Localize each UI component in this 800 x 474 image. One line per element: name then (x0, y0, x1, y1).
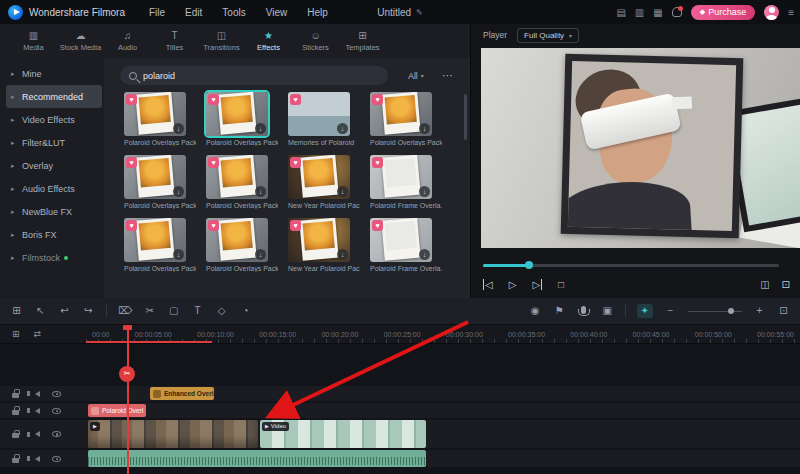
download-badge-icon[interactable]: ↓ (337, 249, 348, 260)
snapshot-button[interactable]: ◫ (760, 279, 769, 290)
menu-edit[interactable]: Edit (175, 7, 212, 18)
download-badge-icon[interactable]: ↓ (337, 123, 348, 134)
search-bar[interactable] (120, 66, 388, 85)
undo-icon[interactable]: ↩ (58, 304, 71, 318)
download-badge-icon[interactable]: ↓ (419, 249, 430, 260)
effect-item[interactable]: ♥ ↓ Polaroid Overlays Pack... (124, 92, 198, 146)
tab-audio[interactable]: ♫ Audio (104, 30, 151, 52)
menu-tools[interactable]: Tools (212, 7, 255, 18)
clip-video-2[interactable]: ▶ Video (260, 420, 426, 448)
link-tracks-icon[interactable]: ⇄ (34, 329, 42, 339)
menu-help[interactable]: Help (297, 7, 338, 18)
screen-record-icon[interactable]: ▣ (601, 304, 614, 318)
visibility-icon[interactable] (52, 408, 61, 414)
download-badge-icon[interactable]: ↓ (419, 123, 430, 134)
zoom-slider[interactable] (688, 306, 742, 316)
sidebar-item-newblue-fx[interactable]: ▸ NewBlue FX (6, 200, 102, 223)
favorite-badge-icon[interactable]: ♥ (208, 157, 219, 168)
mute-icon[interactable] (35, 456, 40, 462)
quality-dropdown[interactable]: Full Quality ▾ (517, 28, 579, 43)
redo-icon[interactable]: ↪ (82, 304, 95, 318)
effect-thumbnail[interactable]: ♥ ↓ (370, 155, 432, 199)
download-badge-icon[interactable]: ↓ (255, 123, 266, 134)
effect-thumbnail[interactable]: ♥ ↓ (124, 92, 186, 136)
add-track-icon[interactable]: ⊞ (12, 329, 20, 339)
sidebar-item-filmstock[interactable]: ▸ Filmstock (6, 246, 102, 269)
notification-bell-icon[interactable] (672, 7, 682, 17)
stop-button[interactable]: □ (558, 279, 564, 290)
seek-handle[interactable] (525, 261, 533, 269)
visibility-icon[interactable] (52, 431, 61, 437)
video-preview[interactable] (481, 48, 800, 248)
download-badge-icon[interactable]: ↓ (173, 249, 184, 260)
visibility-icon[interactable] (52, 391, 61, 397)
more-options-icon[interactable]: ⋯ (442, 66, 453, 85)
favorite-badge-icon[interactable]: ♥ (290, 157, 301, 168)
favorite-badge-icon[interactable]: ♥ (126, 220, 137, 231)
effect-thumbnail[interactable]: ♥ ↓ (370, 218, 432, 262)
effect-item[interactable]: ♥ ↓ Polaroid Overlays Pack... (370, 92, 444, 146)
effect-thumbnail[interactable]: ♥ ↓ (124, 155, 186, 199)
layout-bottom-icon[interactable]: ▥ (635, 7, 644, 18)
clip-enhanced-overlay[interactable]: Enhanced Overl... (150, 387, 214, 400)
effect-thumbnail[interactable]: ♥ ↓ (206, 218, 268, 262)
crop-icon[interactable]: ▢ (167, 304, 180, 318)
favorite-badge-icon[interactable]: ♥ (372, 220, 383, 231)
effect-item[interactable]: ♥ ↓ Polaroid Overlays Pack... (206, 155, 280, 209)
tab-templates[interactable]: ⊞ Templates (339, 30, 386, 52)
favorite-badge-icon[interactable]: ♥ (372, 157, 383, 168)
render-preview-icon[interactable]: ✦ (637, 304, 653, 318)
effect-item[interactable]: ♥ ↓ Memories of Polaroid (288, 92, 362, 146)
sidebar-item-filter-lut[interactable]: ▸ Filter&LUT (6, 131, 102, 154)
clip-video-1[interactable]: ▶ (88, 420, 258, 448)
fullscreen-button[interactable]: ⊡ (782, 279, 790, 290)
speed-icon[interactable]: ◔ (239, 304, 252, 318)
purchase-button[interactable]: ◆ Purchase (691, 5, 755, 20)
tab-transitions[interactable]: ◫ Transitions (198, 30, 245, 52)
voiceover-mic-icon[interactable] (577, 304, 590, 318)
mute-icon[interactable] (35, 391, 40, 397)
marker-icon[interactable]: ⚑ (553, 304, 566, 318)
sidebar-item-boris-fx[interactable]: ▸ Boris FX (6, 223, 102, 246)
pointer-tool-icon[interactable]: ↖ (34, 304, 47, 318)
step-backward-button[interactable]: ◁ (483, 279, 493, 290)
effect-item[interactable]: ♥ ↓ New Year Polaroid Pac... (288, 218, 362, 272)
avatar[interactable] (764, 5, 779, 20)
favorite-badge-icon[interactable]: ♥ (290, 220, 301, 231)
sidebar-item-mine[interactable]: ▸ Mine (6, 62, 102, 85)
effect-item[interactable]: ♥ ↓ Polaroid Overlays Pack... (206, 218, 280, 272)
download-badge-icon[interactable]: ↓ (255, 186, 266, 197)
menu-view[interactable]: View (256, 7, 298, 18)
delete-icon[interactable]: ⌦ (118, 304, 132, 318)
search-input[interactable] (143, 71, 343, 81)
clip-audio[interactable] (88, 450, 426, 467)
favorite-badge-icon[interactable]: ♥ (372, 94, 383, 105)
fit-timeline-icon[interactable]: ⊡ (777, 304, 790, 318)
favorite-badge-icon[interactable]: ♥ (126, 94, 137, 105)
effect-thumbnail[interactable]: ♥ ↓ (206, 92, 268, 136)
favorite-badge-icon[interactable]: ♥ (126, 157, 137, 168)
rename-icon[interactable]: ✎ (416, 8, 423, 17)
effect-item[interactable]: ♥ ↓ Polaroid Frame Overla... (370, 218, 444, 272)
tab-media[interactable]: ▥ Media (10, 30, 57, 52)
lock-icon[interactable] (12, 393, 19, 398)
tab-stickers[interactable]: ☺ Stickers (292, 30, 339, 52)
effect-item[interactable]: ♥ ↓ Polaroid Overlays Pack... (124, 155, 198, 209)
zoom-handle[interactable] (728, 308, 734, 314)
zoom-in-icon[interactable]: + (753, 304, 766, 318)
split-icon[interactable]: ✂ (143, 304, 156, 318)
timeline-ruler[interactable]: ⊞ ⇄ 00:00 00:00:05:00 00:00:10:00 00:00:… (0, 325, 800, 344)
panel-toggle-icon[interactable]: ⊞ (10, 304, 23, 318)
effect-thumbnail[interactable]: ♥ ↓ (288, 155, 350, 199)
lock-icon[interactable] (12, 458, 19, 463)
sidebar-item-audio-effects[interactable]: ▸ Audio Effects (6, 177, 102, 200)
keyframe-icon[interactable]: ◇ (215, 304, 228, 318)
effect-thumbnail[interactable]: ♥ ↓ (370, 92, 432, 136)
mute-icon[interactable] (35, 431, 40, 437)
lock-icon[interactable] (12, 410, 19, 415)
lock-icon[interactable] (12, 433, 19, 438)
effect-thumbnail[interactable]: ♥ ↓ (124, 218, 186, 262)
clip-polaroid-overlay[interactable]: Polaroid Overl (88, 404, 146, 417)
menu-icon[interactable]: ≡ (788, 7, 794, 18)
visibility-icon[interactable] (52, 456, 61, 462)
